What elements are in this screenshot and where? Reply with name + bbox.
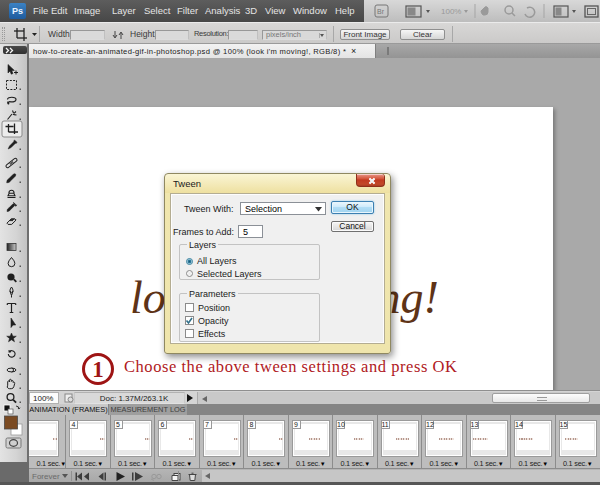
svg-text:Br: Br — [377, 8, 385, 15]
svg-text:100%: 100% — [441, 7, 461, 16]
